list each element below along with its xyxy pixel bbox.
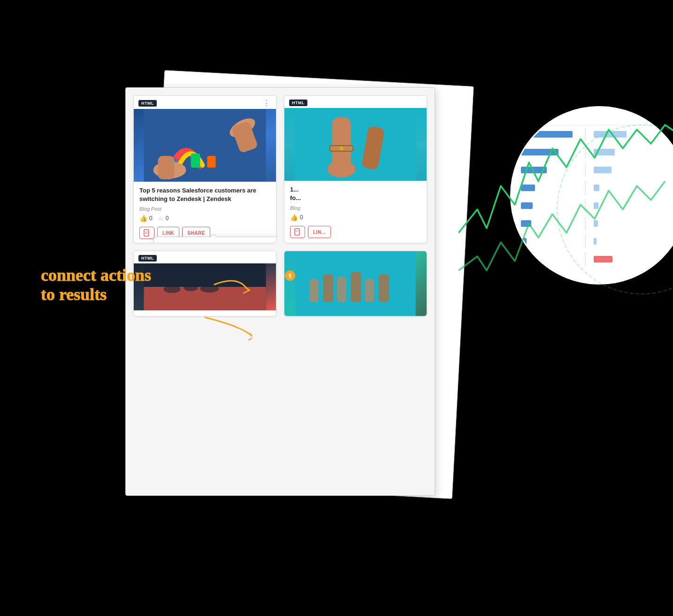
annotation-block: connect actions to results xyxy=(41,266,151,305)
svg-rect-26 xyxy=(323,275,334,302)
annotation-line1: connect actions xyxy=(41,266,151,285)
bar-shares-4 xyxy=(521,202,533,209)
analytics-row xyxy=(512,143,673,161)
analytics-row xyxy=(512,250,673,268)
svg-point-22 xyxy=(184,285,198,291)
analytics-inner: Shares i ▾ Views i ▾ xyxy=(512,108,673,283)
svg-rect-8 xyxy=(144,230,149,236)
analytics-row xyxy=(512,197,673,215)
bar-shares-6 xyxy=(521,238,527,245)
bar-right-1 xyxy=(594,149,631,155)
content-card-2: HTML 1 xyxy=(284,95,427,243)
bar-left-4 xyxy=(521,202,577,209)
cards-area: HTML ⋮ xyxy=(126,88,435,251)
likes-stat-2: 👍 0 xyxy=(290,214,303,221)
bar-left-6 xyxy=(521,238,577,245)
html-badge-2: HTML xyxy=(289,100,307,106)
bottom-cards: HTML xyxy=(126,251,435,324)
analytics-header: Shares i ▾ Views i ▾ xyxy=(512,108,673,125)
bottom-html-badge-1: HTML xyxy=(138,255,157,262)
analytics-row xyxy=(512,125,673,143)
bar-divider-5 xyxy=(585,217,586,230)
svg-point-15 xyxy=(340,146,344,150)
pdf-button-2[interactable] xyxy=(290,226,305,238)
svg-rect-3 xyxy=(191,154,200,168)
bar-left-1 xyxy=(521,149,577,155)
svg-rect-4 xyxy=(207,156,216,168)
bar-divider-4 xyxy=(585,199,586,212)
bar-right-4 xyxy=(594,202,631,209)
bar-views-1 xyxy=(594,149,615,155)
card-stats-2: 👍 0 xyxy=(290,214,421,221)
analytics-row xyxy=(512,215,673,232)
bar-right-7 xyxy=(594,256,631,262)
card-category-1: Blog Post xyxy=(139,206,270,212)
card-stats-1: 👍 0 ☆ 0 xyxy=(139,215,270,222)
bar-right-0 xyxy=(594,131,631,138)
shares-chevron[interactable]: ▾ xyxy=(548,116,551,121)
analytics-rows xyxy=(512,125,673,268)
svg-rect-11 xyxy=(295,108,417,181)
main-scene: HTML ⋮ xyxy=(78,50,595,566)
svg-rect-17 xyxy=(295,229,299,235)
stars-stat-1: ☆ 0 xyxy=(158,215,169,222)
card-image-1 xyxy=(134,109,276,182)
bar-views-7 xyxy=(594,256,612,262)
bar-left-3 xyxy=(521,185,577,191)
svg-rect-28 xyxy=(351,272,361,302)
svg-point-21 xyxy=(164,285,181,293)
star-icon-1: ☆ xyxy=(158,215,164,222)
bar-divider-7 xyxy=(585,253,586,266)
likes-count-2: 0 xyxy=(300,214,303,221)
shares-column-header: Shares i ▾ xyxy=(521,115,551,121)
card-header-1: HTML ⋮ xyxy=(134,96,276,109)
bar-left-0 xyxy=(521,131,577,138)
analytics-row xyxy=(512,232,673,250)
thumb-icon-1: 👍 xyxy=(139,215,147,222)
stars-count-1: 0 xyxy=(166,215,169,222)
svg-point-23 xyxy=(200,285,219,293)
bar-right-3 xyxy=(594,185,631,191)
analytics-row xyxy=(512,179,673,197)
analytics-circle: Shares i ▾ Views i ▾ xyxy=(510,106,673,285)
views-info-icon: i xyxy=(667,115,673,121)
card-category-2: Blog xyxy=(290,205,421,211)
more-menu-1[interactable]: ⋮ xyxy=(263,100,271,107)
bar-shares-2 xyxy=(521,167,547,173)
bar-views-0 xyxy=(594,131,627,138)
bar-divider-2 xyxy=(585,163,586,177)
card-actions-1: LINK SHARE Recipient Copy xyxy=(139,227,270,239)
card-image-2 xyxy=(284,108,427,181)
shares-label: Shares xyxy=(521,116,538,121)
panel-front: HTML ⋮ xyxy=(125,87,435,496)
bar-views-2 xyxy=(594,167,612,173)
share-popup: Recipient Copy xyxy=(153,237,276,243)
bottom-card-1: HTML xyxy=(133,251,276,316)
analytics-row xyxy=(512,161,673,179)
share-highlight-dot: $ xyxy=(285,270,295,281)
likes-stat-1: 👍 0 xyxy=(139,215,153,222)
bar-views-3 xyxy=(594,185,599,191)
svg-rect-27 xyxy=(337,277,346,302)
views-label: Views xyxy=(651,116,665,121)
bar-divider-6 xyxy=(585,235,586,248)
card-body-1: Top 5 reasons Salesforce customers are s… xyxy=(134,182,276,243)
bar-shares-7 xyxy=(521,256,525,262)
bottom-card-header-1: HTML xyxy=(134,251,276,263)
bar-shares-5 xyxy=(521,220,531,227)
bar-shares-0 xyxy=(521,131,573,138)
bar-shares-3 xyxy=(521,185,535,191)
views-column-header: Views i ▾ xyxy=(651,115,673,121)
bar-left-5 xyxy=(521,220,577,227)
pdf-button-1[interactable] xyxy=(139,227,154,239)
bottom-card-image-2 xyxy=(284,251,427,316)
card-header-2: HTML xyxy=(284,96,427,108)
html-badge-1: HTML xyxy=(138,100,157,107)
svg-rect-7 xyxy=(158,156,175,179)
link-button-2[interactable]: LIN... xyxy=(308,226,331,238)
svg-rect-30 xyxy=(379,275,389,302)
bar-divider-3 xyxy=(585,181,586,194)
bottom-card-image-1 xyxy=(134,263,276,310)
bar-right-2 xyxy=(594,167,631,173)
bottom-card-2 xyxy=(284,251,427,316)
